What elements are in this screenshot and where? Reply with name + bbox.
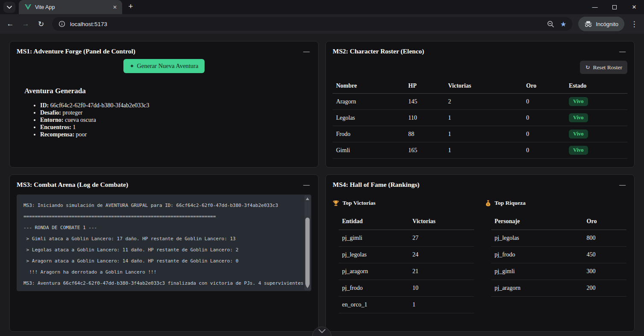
minimize-panel-button[interactable]: —	[618, 181, 627, 189]
section-heading: Top Riqueza	[495, 200, 526, 206]
table-cell: 0	[523, 94, 565, 110]
bookmark-star-icon[interactable]: ★	[559, 20, 568, 28]
address-bar[interactable]: localhost:5173 ★	[52, 17, 572, 31]
minimize-panel-button[interactable]: —	[618, 47, 627, 55]
reload-button[interactable]: ↻	[34, 17, 48, 31]
log-line: --- RONDA DE COMBATE 1 ---	[23, 222, 299, 233]
reset-roster-button[interactable]: ↻Reset Roster	[580, 61, 627, 74]
panel-ms1-adventure-forge: MS1: Adventure Forge (Panel de Control) …	[9, 41, 319, 168]
table-row: Frodo8810Vivo	[333, 126, 627, 142]
table-row: pj_aragorn200	[491, 280, 626, 297]
vue-favicon-icon	[25, 4, 31, 10]
tab-search-button[interactable]	[3, 2, 15, 13]
table-row: pj_gimli27	[339, 230, 474, 247]
scroll-up-icon[interactable]	[304, 196, 310, 202]
table-cell: 0	[523, 142, 565, 159]
tab-close-icon[interactable]: ✕	[111, 3, 119, 11]
result-title: Aventura Generada	[24, 87, 311, 95]
money-bag-icon: $	[485, 200, 491, 206]
table-cell: 200	[583, 280, 626, 297]
combat-log-console: MS3: Iniciando simulación de AVENTURA GR…	[17, 195, 311, 291]
window-controls: — ✕	[585, 0, 644, 14]
table-cell: 1	[445, 110, 523, 126]
window-close-button[interactable]: ✕	[624, 0, 644, 14]
chevron-down-icon	[319, 329, 325, 333]
browser-tab[interactable]: Vite App ✕	[19, 0, 122, 14]
scroll-down-icon[interactable]	[304, 284, 310, 290]
forward-button[interactable]: →	[19, 17, 32, 31]
table-cell: 300	[583, 263, 626, 280]
table-row: Legolas11010Vivo	[333, 110, 627, 126]
top-riqueza-section: $ Top Riqueza Personaje Oro pj_legolas80…	[485, 200, 627, 313]
column-header: Nombre	[333, 79, 405, 94]
zoom-out-icon[interactable]	[546, 21, 555, 28]
table-cell: Legolas	[333, 110, 405, 126]
generate-adventure-button[interactable]: ✦Generar Nueva Aventura	[123, 59, 205, 73]
incognito-icon	[584, 21, 592, 27]
log-line: ========================================…	[23, 211, 299, 222]
panel-title: MS2: Character Roster (Elenco)	[333, 47, 424, 55]
table-header-row: Entidad Victorias	[339, 213, 474, 230]
table-cell: en_orco_1	[339, 297, 409, 313]
new-tab-button[interactable]: +	[125, 0, 137, 12]
table-cell: 110	[405, 110, 445, 126]
column-header: HP	[405, 79, 445, 94]
table-row: pj_legolas800	[491, 230, 626, 247]
panel-ms2-character-roster: MS2: Character Roster (Elenco) — ↻Reset …	[325, 41, 635, 168]
table-cell: 27	[409, 230, 474, 247]
column-header: Victorias	[409, 213, 474, 230]
table-cell: 1	[445, 142, 523, 159]
trophy-icon	[333, 200, 339, 206]
status-badge: Vivo	[569, 113, 588, 122]
table-cell: 145	[405, 94, 445, 110]
minimize-panel-button[interactable]: —	[302, 181, 311, 189]
tab-title: Vite App	[35, 4, 107, 10]
log-line: MS3: Iniciando simulación de AVENTURA GR…	[23, 200, 299, 211]
log-line: !!! Aragorn ha derrotado a Goblin Lancer…	[23, 267, 299, 278]
table-cell: pj_gimli	[491, 263, 583, 280]
panel-ms3-combat-arena: MS3: Combat Arena (Log de Combate) — MS3…	[9, 174, 319, 332]
panel-title: MS1: Adventure Forge (Panel de Control)	[17, 47, 135, 55]
page-content: MS1: Adventure Forge (Panel de Control) …	[0, 34, 644, 336]
console-scrollbar[interactable]	[304, 195, 310, 290]
section-heading: Top Victorias	[342, 200, 375, 206]
status-badge: Vivo	[569, 130, 588, 139]
table-row: pj_frodo450	[491, 247, 626, 263]
victorias-table: Entidad Victorias pj_gimli27pj_legolas24…	[339, 213, 474, 313]
incognito-badge: Incógnito	[578, 17, 624, 31]
log-line: > Legolas ataca a Goblin Lancero: 11 dañ…	[23, 245, 299, 256]
sparkle-icon: ✦	[130, 63, 135, 69]
detail-item: ID: 66cf64c2-62f0-47dd-b380-3f4ab2e033c3	[40, 102, 311, 109]
table-cell: pj_aragorn	[491, 280, 583, 297]
window-maximize-button[interactable]	[605, 0, 624, 14]
table-cell: 1	[409, 297, 474, 313]
table-row: Gimli16510Vivo	[333, 142, 627, 159]
table-cell: 24	[409, 247, 474, 263]
column-header: Oro	[583, 213, 626, 230]
window-minimize-button[interactable]: —	[585, 0, 605, 14]
panel-ms4-hall-of-fame: MS4: Hall of Fame (Rankings) — Top Victo…	[325, 174, 635, 332]
table-row: pj_frodo10	[339, 280, 474, 297]
table-cell: 165	[405, 142, 445, 159]
top-victorias-section: Top Victorias Entidad Victorias pj_gimli…	[333, 200, 475, 313]
table-cell: pj_legolas	[339, 247, 409, 263]
adventure-detail-list: ID: 66cf64c2-62f0-47dd-b380-3f4ab2e033c3…	[24, 102, 311, 138]
url-text: localhost:5173	[70, 21, 542, 27]
scrollbar-thumb[interactable]	[305, 218, 310, 286]
table-row: en_orco_11	[339, 297, 474, 313]
minimize-panel-button[interactable]: —	[302, 47, 311, 55]
browser-menu-icon[interactable]: ⋮	[628, 20, 641, 29]
tab-strip: Vite App ✕ + — ✕	[0, 0, 644, 14]
table-cell: Vivo	[565, 126, 627, 142]
table-cell: Gimli	[333, 142, 405, 159]
site-info-icon[interactable]	[57, 21, 67, 27]
table-cell: Frodo	[333, 126, 405, 142]
table-cell: 2	[445, 94, 523, 110]
column-header: Victorias	[445, 79, 523, 94]
column-header: Entidad	[339, 213, 409, 230]
table-cell: Aragorn	[333, 94, 405, 110]
table-cell: pj_frodo	[491, 247, 583, 263]
roster-table: Nombre HP Victorias Oro Estado Aragorn14…	[333, 79, 627, 159]
riqueza-table: Personaje Oro pj_legolas800pj_frodo450pj…	[491, 213, 626, 297]
back-button[interactable]: ←	[3, 17, 17, 31]
